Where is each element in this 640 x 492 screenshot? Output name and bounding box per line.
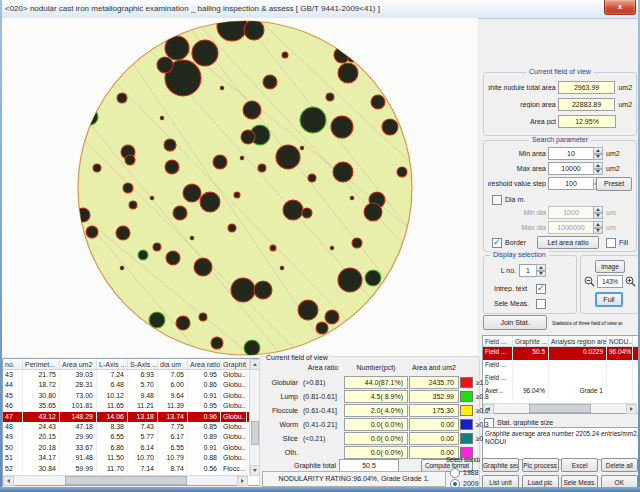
max-area-input[interactable]: 10000 bbox=[548, 162, 603, 175]
list-vscrollbar[interactable] bbox=[249, 359, 259, 476]
scroll-thumb[interactable] bbox=[251, 421, 259, 445]
fill-checkbox[interactable] bbox=[606, 238, 616, 248]
number-pct-value: 0.0( 0.0%) bbox=[344, 418, 408, 431]
intrep-text-checkbox[interactable] bbox=[536, 284, 546, 294]
min-dia-unit: um bbox=[606, 209, 616, 216]
cell: 30.84 bbox=[23, 464, 60, 474]
image-chip[interactable]: image bbox=[595, 260, 625, 273]
standard-1988-radio[interactable] bbox=[450, 468, 460, 478]
number-pct-value: 0.0( 0.0%) bbox=[344, 446, 408, 459]
max-area-spinner[interactable] bbox=[593, 162, 603, 175]
cell: 35.65 bbox=[23, 401, 60, 411]
cell: 11.70 bbox=[97, 464, 128, 474]
table-row[interactable]: Field ...50.50.022996.04% bbox=[483, 347, 639, 360]
min-dia-input[interactable]: 1000 bbox=[548, 206, 603, 219]
table-row[interactable]: 4743.12148.2914.0613.1813.740.96Globu... bbox=[3, 412, 250, 422]
table-row[interactable]: 5020.1833.676.866.146.550.91Globu... bbox=[3, 443, 250, 453]
scroll-thumb[interactable] bbox=[529, 404, 591, 413]
fill-checkbox-label: Fill bbox=[619, 239, 628, 246]
dia-checkbox[interactable] bbox=[492, 195, 502, 205]
min-dia-spinner[interactable] bbox=[593, 206, 603, 219]
column-header[interactable]: Analysis region area( bbox=[549, 336, 607, 346]
cell: 50 bbox=[3, 443, 23, 453]
display-selection-title: Display selection bbox=[490, 251, 549, 258]
graphite-average-textbox[interactable]: Graphite average area number 2205.24 ent… bbox=[482, 427, 640, 460]
number-pct-value: 44.0(87.1%) bbox=[344, 376, 408, 389]
column-header[interactable]: Field ... bbox=[483, 336, 513, 346]
cell: 43.12 bbox=[23, 412, 60, 422]
max-dia-input[interactable]: 1000000 bbox=[548, 221, 603, 234]
table-row[interactable]: Field ... bbox=[483, 373, 639, 386]
preset-button[interactable]: Preset bbox=[596, 177, 632, 191]
table-row[interactable]: 4635.65101.8111.6511.2111.390.95Globu... bbox=[3, 401, 250, 411]
panel-title: Current field of view bbox=[263, 354, 331, 361]
scroll-right-arrow[interactable] bbox=[237, 476, 248, 486]
cell: 47 bbox=[3, 412, 23, 422]
table-row[interactable]: Aver...96.04%Grade 1 bbox=[483, 386, 639, 399]
cell: 0.56 bbox=[188, 464, 221, 474]
cell: Grade 1 bbox=[549, 386, 607, 399]
column-header[interactable]: NODU... bbox=[607, 336, 633, 346]
table-row[interactable]: 4418.7228.316.485.706.000.86Globu... bbox=[3, 380, 250, 390]
cell: 6.55 bbox=[97, 432, 128, 442]
sele-meas-checkbox[interactable] bbox=[536, 299, 546, 309]
table-row[interactable]: 4824.4347.188.387.437.750.85Globu... bbox=[3, 422, 250, 432]
delete-all-button[interactable]: Delete all bbox=[601, 458, 638, 472]
full-button[interactable]: Full bbox=[595, 292, 623, 307]
area-value: 175.30 bbox=[409, 404, 459, 417]
cell: 101.81 bbox=[60, 401, 97, 411]
l-no-input[interactable]: 1 bbox=[519, 264, 546, 277]
color-swatch bbox=[460, 433, 473, 444]
cell: 43 bbox=[3, 370, 23, 380]
column-header[interactable]: no. bbox=[3, 359, 23, 369]
cell: 28.31 bbox=[60, 380, 97, 390]
excel-button[interactable]: Excel bbox=[561, 458, 598, 472]
table-row[interactable]: Field ... bbox=[483, 360, 639, 373]
column-header[interactable]: Area ratio bbox=[188, 359, 221, 369]
pic-process-button[interactable]: Pic process bbox=[522, 458, 559, 472]
min-area-input[interactable]: 10 bbox=[548, 147, 603, 160]
border-checkbox[interactable] bbox=[492, 238, 502, 248]
threshold-input[interactable]: 100 bbox=[548, 177, 603, 190]
cell: 10.70 bbox=[128, 453, 158, 463]
close-button[interactable]: x bbox=[604, 0, 636, 15]
column-header[interactable]: Perimet... bbox=[23, 359, 60, 369]
column-header[interactable]: Graphite ... bbox=[513, 336, 549, 346]
l-no-spinner[interactable] bbox=[536, 264, 546, 277]
threshold-label: threshold value step bbox=[488, 180, 546, 187]
class-row: Globular(>0.81)44.0(87.1%)2435.70≥1.0 bbox=[262, 375, 476, 389]
table-row[interactable]: 4920.1529.906.555.776.170.89Globu... bbox=[3, 432, 250, 442]
column-header[interactable]: S-Axis ... bbox=[128, 359, 158, 369]
column-header[interactable]: L-Axis ... bbox=[97, 359, 128, 369]
scroll-thumb[interactable] bbox=[65, 476, 187, 485]
stats-hscrollbar[interactable] bbox=[483, 403, 637, 413]
micrograph-view[interactable] bbox=[2, 18, 478, 357]
cell: 91.48 bbox=[60, 453, 97, 463]
table-row[interactable]: 4321.7539.037.246.937.050.95Globu... bbox=[3, 370, 250, 380]
cell: 73.00 bbox=[60, 391, 97, 401]
table-row[interactable]: 5230.8459.9911.707.148.740.56Flocc... bbox=[3, 464, 250, 474]
join-stat-button[interactable]: Join Stat. bbox=[483, 315, 547, 330]
display-selection-group: Display selection L no. 1 Intrep. text S… bbox=[483, 255, 577, 314]
cell: Globu... bbox=[221, 401, 247, 411]
area-value: 0.00 bbox=[409, 432, 459, 445]
graphite-search-button[interactable]: Graphite search bbox=[482, 458, 519, 472]
window-title: <020> nodular cast iron metallographic e… bbox=[5, 4, 380, 13]
cell: 148.29 bbox=[60, 412, 97, 422]
scroll-right-arrow[interactable] bbox=[626, 404, 637, 414]
region-area-value: 22883.89 bbox=[558, 98, 616, 111]
min-area-spinner[interactable] bbox=[593, 147, 603, 160]
zoom-out-icon[interactable] bbox=[584, 276, 595, 287]
list-hscrollbar[interactable] bbox=[3, 475, 248, 485]
column-header[interactable]: dia um bbox=[158, 359, 188, 369]
cell: 6.93 bbox=[128, 370, 158, 380]
table-row[interactable]: 5134.1791.4811.5010.7010.790.88Globu... bbox=[3, 453, 250, 463]
let-area-ratio-button[interactable]: Let area ratio bbox=[537, 236, 599, 249]
l-no-label: L no. bbox=[494, 267, 516, 274]
max-dia-spinner[interactable] bbox=[593, 221, 603, 234]
scroll-left-arrow[interactable] bbox=[3, 476, 14, 486]
column-header[interactable]: Area um2 bbox=[60, 359, 97, 369]
table-row[interactable]: 4530.8073.0010.129.489.640.91Globu... bbox=[3, 391, 250, 401]
zoom-in-icon[interactable] bbox=[625, 276, 636, 287]
column-header[interactable]: Graphite Ty bbox=[221, 359, 247, 369]
